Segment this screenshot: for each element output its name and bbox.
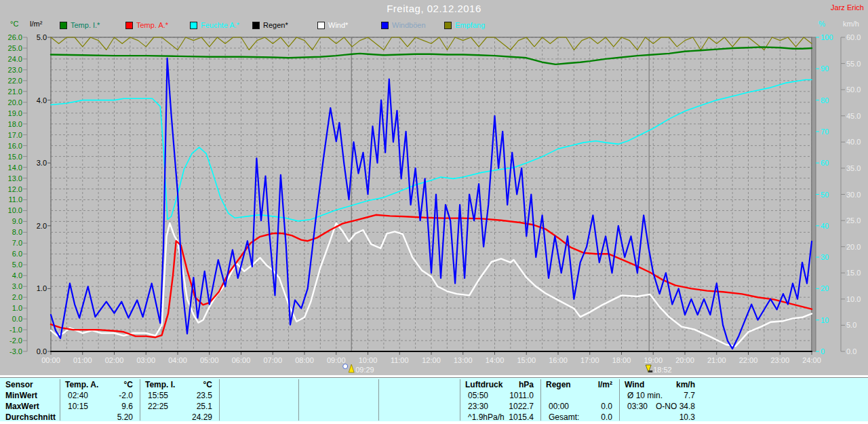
legend-swatch-icon bbox=[125, 22, 133, 29]
time-tick-label: 19:00 bbox=[644, 356, 663, 364]
table-value-number: 0.0 bbox=[546, 402, 612, 412]
time-tick-label: 10:00 bbox=[359, 356, 378, 364]
humidity-tick-label: 40 bbox=[821, 222, 829, 230]
time-tick-label: 21:00 bbox=[707, 356, 726, 364]
temp-tick-label: 10.0 bbox=[8, 206, 22, 214]
temp-tick-label: 26.0 bbox=[8, 33, 22, 41]
humidity-tick-label: 60 bbox=[821, 159, 829, 167]
table-column-divider bbox=[140, 379, 140, 421]
temp-tick-label: 1.0 bbox=[12, 304, 22, 312]
table-value-number: 1011.0 bbox=[465, 391, 534, 401]
rain-tick-label: 4.0 bbox=[37, 96, 47, 104]
temp-tick-label: 9.0 bbox=[12, 217, 22, 225]
time-tick-label: 03:00 bbox=[136, 356, 155, 364]
table-value-number: 9.6 bbox=[65, 402, 133, 412]
table-column-divider bbox=[540, 379, 541, 421]
table-column-divider bbox=[60, 379, 60, 421]
sunset-marker-icon: 18:52 bbox=[646, 365, 672, 374]
table-value-number: -2.0 bbox=[65, 391, 133, 401]
time-tick-label: 13:00 bbox=[454, 356, 473, 364]
time-tick-label: 08:00 bbox=[295, 356, 314, 364]
table-value-number: 7.7 bbox=[625, 391, 695, 401]
temp-tick-label: 21.0 bbox=[8, 88, 22, 96]
table-column-divider bbox=[460, 379, 460, 421]
axis-labels: 26.025.024.023.022.021.020.019.018.017.0… bbox=[8, 33, 861, 364]
time-tick-label: 04:00 bbox=[168, 356, 187, 364]
legend-swatch-icon bbox=[252, 22, 260, 29]
temp-tick-label: 22.0 bbox=[8, 77, 22, 85]
temp-tick-label: 16.0 bbox=[8, 142, 22, 150]
windspeed-tick-label: 5.0 bbox=[846, 321, 856, 329]
table-column-unit: °C bbox=[65, 380, 133, 390]
stats-table: SensorMinWertMaxWertDurchschnittTemp. A.… bbox=[0, 377, 868, 422]
temp-tick-label: 12.0 bbox=[8, 185, 22, 193]
table-column-unit: hPa bbox=[465, 380, 534, 390]
windspeed-tick-label: 15.0 bbox=[846, 269, 861, 277]
time-tick-label: 01:00 bbox=[73, 356, 92, 364]
temp-tick-label: 25.0 bbox=[8, 44, 22, 52]
legend-item-feuchte-a-: Feuchte A.* bbox=[190, 21, 239, 29]
humidity-tick-label: 20 bbox=[821, 284, 829, 292]
table-value-number: O-NO 34.8 bbox=[625, 402, 695, 412]
table-value-number: 1022.7 bbox=[465, 402, 534, 412]
weather-app-window: Freitag, 02.12.2016 Jarz Erich °C l/m² %… bbox=[0, 0, 868, 424]
windspeed-tick-label: 50.0 bbox=[846, 85, 861, 94]
legend-item-temp-a-: Temp. A.* bbox=[125, 21, 168, 29]
time-tick-label: 12:00 bbox=[422, 356, 441, 364]
legend-label: Feuchte A.* bbox=[201, 21, 239, 29]
temp-tick-label: 8.0 bbox=[12, 228, 22, 236]
temp-tick-label: 24.0 bbox=[8, 55, 22, 63]
legend-swatch-icon bbox=[317, 22, 325, 29]
temp-tick-label: 3.0 bbox=[12, 282, 22, 290]
legend-label: Temp. A.* bbox=[136, 21, 168, 29]
legend-label: Empfang bbox=[455, 21, 485, 29]
table-column-divider bbox=[219, 379, 220, 421]
bottom-strip bbox=[0, 421, 868, 424]
temp-tick-label: 5.0 bbox=[12, 261, 22, 269]
rain-tick-label: 3.0 bbox=[37, 159, 47, 167]
table-row-label: MaxWert bbox=[5, 402, 39, 412]
windspeed-tick-label: 55.0 bbox=[846, 60, 861, 68]
legend-swatch-icon bbox=[60, 22, 67, 29]
legend: Temp. I.*Temp. A.*Feuchte A.*Regen*Wind*… bbox=[0, 0, 868, 33]
temp-tick-label: 23.0 bbox=[8, 66, 22, 74]
humidity-tick-label: 80 bbox=[821, 96, 829, 104]
rain-tick-label: 0.0 bbox=[37, 347, 47, 355]
humidity-tick-label: 70 bbox=[821, 128, 829, 136]
time-tick-label: 06:00 bbox=[232, 356, 251, 364]
legend-label: Temp. I.* bbox=[71, 21, 100, 29]
table-column-divider bbox=[298, 379, 299, 421]
legend-label: Wind* bbox=[328, 21, 348, 29]
table-column-unit: °C bbox=[145, 380, 212, 390]
weather-chart: 26.025.024.023.022.021.020.019.018.017.0… bbox=[0, 0, 868, 377]
time-tick-label: 02:00 bbox=[105, 356, 124, 364]
legend-item-empfang: Empfang bbox=[444, 21, 485, 29]
series-windb-en bbox=[51, 58, 812, 349]
temp-tick-label: 6.0 bbox=[12, 250, 22, 258]
legend-label: Regen* bbox=[263, 21, 288, 29]
temp-tick-label: -1.0 bbox=[9, 326, 22, 334]
time-tick-label: 05:00 bbox=[200, 356, 219, 364]
temp-tick-label: 7.0 bbox=[12, 239, 22, 247]
legend-item-regen-: Regen* bbox=[252, 21, 288, 29]
marker-time-label: 09:29 bbox=[355, 366, 374, 374]
sunrise-marker-icon: 09:29 bbox=[343, 364, 374, 374]
windspeed-tick-label: 0.0 bbox=[846, 347, 856, 355]
temp-tick-label: 0.0 bbox=[12, 315, 22, 323]
time-tick-label: 22:00 bbox=[739, 356, 758, 364]
windspeed-tick-label: 45.0 bbox=[846, 112, 861, 120]
time-tick-label: 16:00 bbox=[549, 356, 568, 364]
temp-tick-label: 17.0 bbox=[8, 131, 22, 139]
legend-item-temp-i-: Temp. I.* bbox=[60, 21, 100, 29]
table-column-unit: km/h bbox=[625, 380, 695, 390]
windspeed-tick-label: 30.0 bbox=[846, 191, 861, 199]
humidity-tick-label: 50 bbox=[821, 191, 829, 199]
temp-tick-label: 11.0 bbox=[8, 195, 22, 204]
windspeed-tick-label: 10.0 bbox=[846, 295, 861, 303]
temp-tick-label: 13.0 bbox=[8, 174, 22, 182]
windspeed-tick-label: 20.0 bbox=[846, 243, 861, 251]
windspeed-tick-label: 60.0 bbox=[846, 33, 861, 41]
time-tick-label: 09:00 bbox=[327, 356, 346, 364]
windspeed-tick-label: 35.0 bbox=[846, 164, 861, 172]
humidity-tick-label: 100 bbox=[821, 33, 833, 41]
